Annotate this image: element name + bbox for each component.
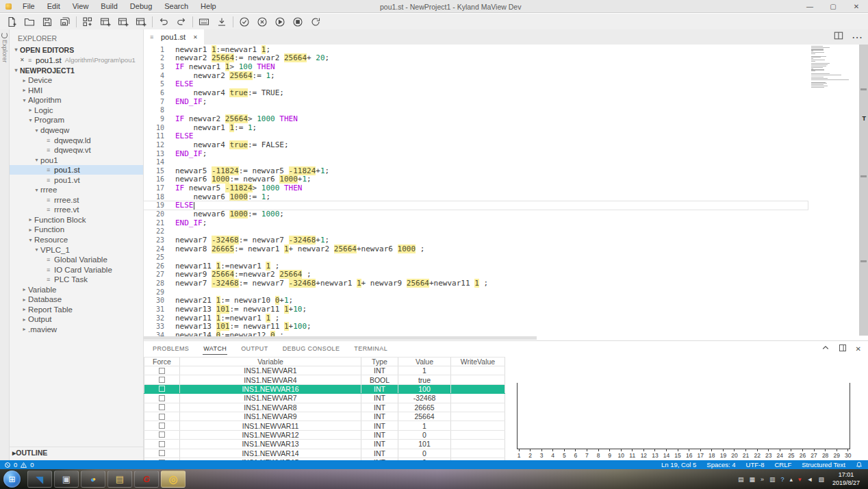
code-line-28[interactable]: 28newvar7 -32468:= newvar7 -32468+newvar…: [144, 279, 808, 288]
more-actions-icon[interactable]: ⋯: [852, 31, 863, 44]
code-line-31[interactable]: 31newvar13 101:= newvar11 1+10;: [144, 305, 808, 314]
notifications-bell-icon[interactable]: [856, 461, 863, 468]
tab-pou1-st[interactable]: ≡ pou1.st ✕: [144, 29, 204, 45]
tree-item-device[interactable]: ▸Device: [10, 75, 143, 86]
code-line-27[interactable]: 27newvar9 25664:=newvar2 25664 ;: [144, 271, 808, 279]
tree-item-output[interactable]: ▸Output: [10, 314, 143, 325]
code-line-17[interactable]: 17IF newvar5 -11824> 1000 THEN: [144, 184, 808, 192]
explorer-icon[interactable]: [1, 32, 8, 38]
add-report-table-button[interactable]: [132, 14, 150, 29]
code-line-30[interactable]: 30newvar21 1:= newvar10 0+1;: [144, 297, 808, 305]
undo-button[interactable]: [155, 14, 173, 29]
taskbar-app-messenger[interactable]: [81, 471, 105, 488]
code-line-20[interactable]: 20 newvar6 1000:= 1000;: [144, 210, 808, 218]
problems-status[interactable]: 0 0: [0, 461, 34, 468]
code-line-21[interactable]: 21END_IF;: [144, 218, 808, 227]
network-tray-icon[interactable]: ▧: [818, 476, 824, 483]
code-line-26[interactable]: 26newvar11 1:=newvar1 1 ;: [144, 262, 808, 271]
editor-vertical-scrollbar[interactable]: T: [859, 45, 868, 336]
code-line-16[interactable]: 16newvar6 1000:= newvar6 1000+1;: [144, 175, 808, 184]
panel-maximize-icon[interactable]: [821, 342, 830, 355]
panel-tab-debug-console[interactable]: DEBUG CONSOLE: [282, 342, 341, 355]
watch-row[interactable]: INS1.NEWVAR8INT26665: [144, 403, 505, 412]
tree-item--maview[interactable]: ▸.maview: [10, 325, 143, 335]
code-line-19[interactable]: 19ELSE: [144, 201, 808, 210]
watch-row[interactable]: INS1.NEWVAR16INT100: [144, 385, 505, 394]
code-line-7[interactable]: 7END_IF;: [144, 97, 808, 106]
menu-edit[interactable]: Edit: [41, 0, 66, 12]
editor-horizontal-scrollbar[interactable]: [144, 336, 858, 340]
code-line-10[interactable]: 10 newvar1 1:= 1;: [144, 123, 808, 132]
tree-item-rrree[interactable]: ▾rrree: [10, 185, 143, 195]
status-spaces-4[interactable]: Spaces: 4: [706, 461, 735, 468]
watch-row[interactable]: INS1.NEWVAR7INT-32468: [144, 394, 505, 403]
code-line-1[interactable]: 1newvar1 1:=newvar1 1;: [144, 45, 808, 54]
download-button[interactable]: [213, 14, 231, 29]
code-line-18[interactable]: 18 newvar6 1000:= 1;: [144, 192, 808, 201]
project-section[interactable]: ▾ NEWPROJECT1: [10, 65, 143, 75]
tree-item-program[interactable]: ▾Program: [10, 115, 143, 125]
overflow-chevron-icon[interactable]: »: [761, 476, 764, 483]
code-line-13[interactable]: 13END_IF;: [144, 149, 808, 158]
tree-item-global-variable[interactable]: ≡Global Variable: [10, 255, 143, 265]
validate-button[interactable]: [235, 14, 253, 29]
tree-item-variable[interactable]: ▸Variable: [10, 284, 143, 294]
code-line-14[interactable]: 14: [144, 158, 808, 166]
code-line-29[interactable]: 29: [144, 288, 808, 297]
panel-layout-icon[interactable]: [839, 342, 847, 355]
tree-item-dqweqw-ld[interactable]: ≡dqweqw.ld: [10, 135, 143, 145]
minimize-button[interactable]: —: [798, 0, 821, 13]
code-line-11[interactable]: 11ELSE: [144, 131, 808, 140]
status-ln-19-col-5[interactable]: Ln 19, Col 5: [661, 461, 696, 468]
code-line-12[interactable]: 12 newvar4 true:= FALSE;: [144, 140, 808, 149]
status-structured-text[interactable]: Structured Text: [802, 461, 845, 468]
force-checkbox[interactable]: [159, 395, 165, 401]
panel-tab-output[interactable]: OUTPUT: [240, 342, 268, 355]
code-line-23[interactable]: 23newvar7 -32468:= newvar7 -32468+1;: [144, 236, 808, 244]
tree-item-plc-task[interactable]: ≡PLC Task: [10, 275, 143, 285]
volume-muted-icon[interactable]: ◄: [807, 476, 813, 483]
tree-item-dqweqw-vt[interactable]: ≡dqweqw.vt: [10, 145, 143, 155]
save-all-button[interactable]: [56, 14, 74, 29]
code-line-24[interactable]: 24newvar8 26665:= newvar1 1+ newvar2 256…: [144, 244, 808, 253]
tree-item-logic[interactable]: ▸Logic: [10, 105, 143, 116]
tree-item-dqweqw[interactable]: ▾dqweqw: [10, 125, 143, 136]
force-checkbox[interactable]: [159, 423, 165, 429]
run-button[interactable]: [271, 14, 289, 29]
tree-item-rrree-vt[interactable]: ≡rrree.vt: [10, 205, 143, 215]
help-tray-icon[interactable]: ?: [780, 476, 784, 483]
restart-button[interactable]: [307, 14, 324, 29]
keyboard-tray-icon[interactable]: ▥: [769, 476, 776, 483]
panel-tab-problems[interactable]: PROBLEMS: [152, 342, 190, 355]
compile-button[interactable]: [195, 14, 213, 29]
maximize-button[interactable]: ▢: [821, 0, 845, 13]
scrollbar-thumb[interactable]: [144, 336, 537, 340]
code-line-32[interactable]: 32newvar11 1:=newvar1 1 ;: [144, 314, 808, 323]
panel-tab-terminal[interactable]: TERMINAL: [353, 342, 388, 355]
taskbar-app-maview[interactable]: [161, 471, 186, 488]
watch-row[interactable]: INS1.NEWVAR13INT101: [144, 440, 505, 449]
antivirus-tray-icon[interactable]: ▾: [798, 476, 802, 483]
tree-item-report-table[interactable]: ▸Report Table: [10, 305, 143, 315]
new-block-button[interactable]: [79, 14, 97, 29]
taskbar-app-vscode[interactable]: [27, 471, 52, 488]
save-button[interactable]: [38, 14, 56, 29]
status-crlf[interactable]: CRLF: [774, 461, 791, 468]
menu-view[interactable]: View: [66, 0, 95, 12]
tree-item-io-card-variable[interactable]: ≡IO Card Variable: [10, 264, 143, 275]
tree-item-rrree-st[interactable]: ≡rrree.st: [10, 195, 143, 205]
taskbar-app-file-manager[interactable]: [107, 471, 132, 488]
code-line-5[interactable]: 5ELSE: [144, 80, 808, 89]
code-line-9[interactable]: 9IF newvar2 25664> 1000 THEN: [144, 114, 808, 123]
tree-item-hmi[interactable]: ▸HMI: [10, 86, 143, 96]
split-editor-icon[interactable]: [834, 31, 843, 43]
code-line-25[interactable]: 25: [144, 253, 808, 262]
force-checkbox[interactable]: [159, 368, 165, 374]
code-editor[interactable]: 1newvar1 1:=newvar1 1;2newvar2 25664:= n…: [144, 45, 868, 340]
tree-item-pou1-vt[interactable]: ≡pou1.vt: [10, 175, 143, 185]
taskbar-clock[interactable]: 17:01 2019/8/27: [830, 471, 864, 487]
force-checkbox[interactable]: [159, 386, 165, 392]
folder-tray-icon[interactable]: ▦: [749, 476, 755, 483]
status-utf-8[interactable]: UTF-8: [746, 461, 765, 468]
menu-search[interactable]: Search: [158, 0, 194, 12]
